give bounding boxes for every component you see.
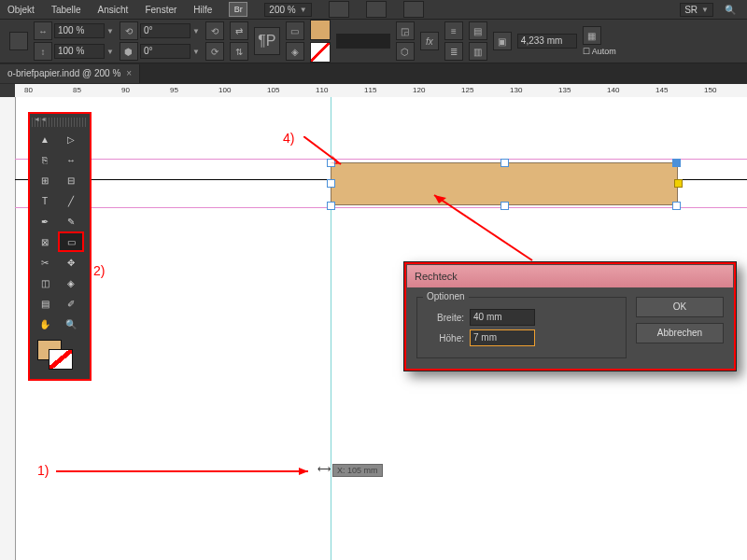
scissors-tool[interactable]: ✂ [32, 252, 58, 273]
gradient-feather-tool[interactable]: ◈ [58, 273, 84, 293]
scale-x-icon: ↔ [34, 21, 52, 40]
coordinate-tooltip: X: 105 mm [332, 464, 383, 477]
vertical-ruler[interactable] [0, 97, 16, 560]
bridge-icon[interactable]: Br [229, 2, 247, 17]
align-2-icon[interactable]: ▥ [469, 42, 487, 61]
paragraph-icon[interactable]: ¶P [254, 27, 280, 55]
screen-mode-icon[interactable] [366, 1, 387, 18]
menu-bar: Objekt Tabelle Ansicht Fenster Hilfe Br … [0, 0, 747, 19]
flip-v-icon[interactable]: ⇅ [230, 42, 248, 61]
menu-fenster[interactable]: Fenster [145, 5, 176, 15]
selection-tool[interactable]: ▲ [32, 129, 58, 149]
stroke-swatch[interactable] [310, 42, 331, 63]
direct-selection-tool[interactable]: ▷ [58, 129, 84, 149]
selection-handle[interactable] [674, 179, 683, 188]
scale-y-icon: ↕ [34, 42, 52, 61]
rotate-cw-icon[interactable]: ⟳ [205, 42, 224, 61]
gap-tool[interactable]: ↔ [58, 149, 84, 170]
ok-button[interactable]: OK [636, 297, 724, 317]
content-collector-tool[interactable]: ⊞ [32, 170, 58, 190]
close-tab-icon[interactable]: × [126, 64, 132, 83]
text-wrap-2-icon[interactable]: ≣ [444, 42, 463, 61]
document-tabs: o-briefpapier.indd @ 200 % × [0, 63, 747, 84]
menu-ansicht[interactable]: Ansicht [98, 5, 129, 15]
document-tab[interactable]: o-briefpapier.indd @ 200 % × [0, 64, 140, 83]
panel-grip[interactable] [32, 118, 88, 127]
zoom-tool[interactable]: 🔍 [58, 314, 84, 334]
scale-y-field[interactable]: 100 % [54, 44, 105, 59]
view-options-icon[interactable] [329, 1, 349, 18]
line-tool[interactable]: ╱ [58, 190, 84, 211]
shear-field[interactable]: 0° [140, 44, 190, 59]
flip-h-icon[interactable]: ⇄ [230, 21, 248, 40]
select-container-icon[interactable]: ▭ [286, 21, 304, 40]
ruler-tick: 145 [655, 86, 668, 94]
ruler-tick: 140 [607, 86, 619, 94]
annotation-1: 1) [37, 463, 49, 478]
search-icon[interactable]: 🔍 [721, 2, 740, 17]
stroke-color-swatch[interactable] [49, 349, 73, 370]
dialog-title[interactable]: Rechteck [407, 265, 733, 287]
autom-label[interactable]: ☐ Autom [583, 47, 616, 56]
select-content-icon[interactable]: ◈ [286, 42, 304, 61]
selection-handle[interactable] [500, 159, 509, 167]
stroke-weight-field[interactable] [336, 34, 390, 49]
fill-swatch[interactable] [310, 20, 331, 40]
opts-1-icon[interactable]: ▦ [583, 26, 601, 45]
corner-icon[interactable]: ◲ [396, 21, 415, 40]
annotation-4: 4) [283, 131, 294, 146]
guide-horizontal[interactable] [15, 207, 747, 208]
type-tool[interactable]: T [32, 190, 58, 211]
cursor-icon: ⟷ [317, 464, 331, 474]
control-panel: ↔100 %▼ ↕100 %▼ ⟲0°▼ ⬢0°▼ ⟲ ⟳ ⇄ ⇅ ¶P ▭ ◈… [0, 19, 747, 63]
rotate-ccw-icon[interactable]: ⟲ [205, 21, 224, 40]
tools-panel[interactable]: ▲▷ ⎘↔ ⊞⊟ T╱ ✒✎ ⊠▭ ✂✥ ◫◈ ▤✐ ✋🔍 [28, 112, 92, 381]
arrange-icon[interactable] [403, 1, 424, 18]
guide-horizontal[interactable] [15, 159, 747, 160]
frame-fit-icon[interactable]: ▣ [493, 32, 512, 50]
measurement-field[interactable]: 4,233 mm [517, 34, 577, 49]
menu-hilfe[interactable]: Hilfe [193, 5, 212, 15]
rectangle-tool[interactable]: ▭ [58, 231, 84, 252]
ruler-tick: 100 [218, 86, 231, 94]
selection-handle[interactable] [327, 202, 335, 210]
rotate-icon: ⟲ [120, 21, 138, 40]
color-swatches[interactable] [32, 338, 88, 375]
fx-icon[interactable]: fx [420, 32, 439, 50]
ruler-tick: 135 [558, 86, 571, 94]
ruler-tick: 110 [316, 86, 328, 94]
ruler-tick: 95 [170, 86, 178, 94]
pen-tool[interactable]: ✒ [32, 211, 58, 231]
gradient-swatch-tool[interactable]: ◫ [32, 273, 58, 293]
arrow-icon [430, 190, 542, 265]
cancel-button[interactable]: Abbrechen [636, 323, 724, 343]
selection-handle[interactable] [672, 202, 681, 210]
arrow-icon [56, 468, 317, 477]
align-1-icon[interactable]: ▤ [469, 21, 487, 40]
eyedropper-tool[interactable]: ✐ [58, 293, 84, 314]
hand-tool[interactable]: ✋ [32, 314, 58, 334]
height-input[interactable]: 7 mm [470, 329, 535, 346]
ruler-tick: 85 [73, 86, 81, 94]
text-wrap-1-icon[interactable]: ≡ [444, 21, 463, 40]
group-legend: Optionen [423, 291, 469, 301]
note-tool[interactable]: ▤ [32, 293, 58, 314]
selection-handle[interactable] [672, 159, 681, 167]
ref-point-icon[interactable] [9, 32, 28, 50]
selection-handle[interactable] [327, 179, 335, 188]
page-tool[interactable]: ⎘ [32, 149, 58, 170]
width-input[interactable]: 40 mm [470, 309, 535, 326]
workspace-select[interactable]: SR▼ [680, 3, 713, 17]
zoom-select[interactable]: 200 %▼ [264, 3, 311, 17]
ruler-tick: 115 [364, 86, 376, 94]
rectangle-frame-tool[interactable]: ⊠ [32, 231, 58, 252]
menu-objekt[interactable]: Objekt [7, 5, 35, 15]
arrow-icon [303, 136, 350, 174]
content-placer-tool[interactable]: ⊟ [58, 170, 84, 190]
menu-tabelle[interactable]: Tabelle [51, 5, 81, 15]
pathfinder-icon[interactable]: ⬡ [396, 42, 415, 61]
free-transform-tool[interactable]: ✥ [58, 252, 84, 273]
pencil-tool[interactable]: ✎ [58, 211, 84, 231]
rotate-field[interactable]: 0° [140, 23, 190, 38]
scale-x-field[interactable]: 100 % [54, 23, 105, 38]
